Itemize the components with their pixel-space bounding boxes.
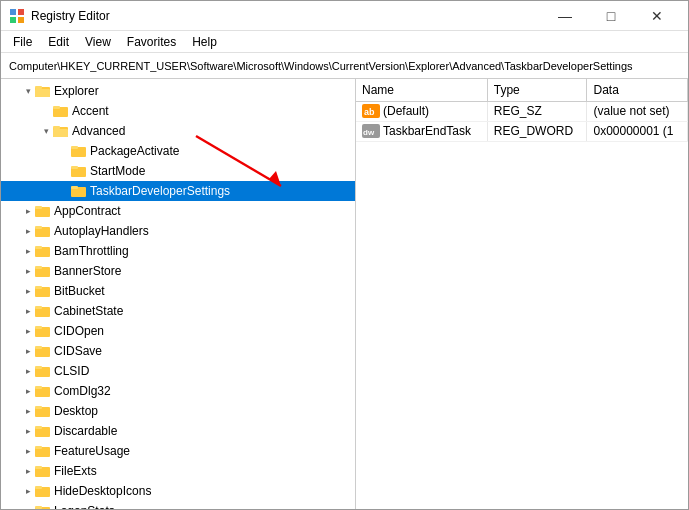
svg-rect-1 xyxy=(18,9,24,15)
folder-icon xyxy=(35,464,54,479)
svg-rect-45 xyxy=(35,466,42,469)
table-header-row: Name Type Data xyxy=(356,79,688,101)
expand-arrow[interactable]: ▸ xyxy=(21,444,35,458)
tree-item-cidsave[interactable]: ▸ CIDSave xyxy=(1,341,355,361)
expand-arrow[interactable]: ▸ xyxy=(21,504,35,509)
folder-icon xyxy=(71,184,90,199)
menu-view[interactable]: View xyxy=(77,33,119,51)
svg-rect-29 xyxy=(35,306,42,309)
tree-item-discardable[interactable]: ▸ Discardable xyxy=(1,421,355,441)
tree-item-cabinetstate[interactable]: ▸ CabinetState xyxy=(1,301,355,321)
expand-arrow[interactable]: ▸ xyxy=(21,344,35,358)
expand-arrow[interactable]: ▸ xyxy=(21,204,35,218)
expand-arrow[interactable]: ▸ xyxy=(21,404,35,418)
tree-item-label: FeatureUsage xyxy=(54,444,130,458)
minimize-button[interactable]: — xyxy=(542,1,588,31)
expand-arrow[interactable]: ▾ xyxy=(21,84,35,98)
folder-icon xyxy=(35,324,54,339)
expand-arrow[interactable]: ▸ xyxy=(21,324,35,338)
registry-editor-window: Registry Editor — □ ✕ File Edit View Fav… xyxy=(0,0,689,510)
tree-item-label: Accent xyxy=(72,104,109,118)
tree-item-label: HideDesktopIcons xyxy=(54,484,151,498)
tree-item-logonstats[interactable]: ▸ LogonStats xyxy=(1,501,355,509)
svg-rect-10 xyxy=(53,126,60,129)
expand-arrow[interactable]: ▸ xyxy=(21,364,35,378)
svg-rect-0 xyxy=(10,9,16,15)
table-row[interactable]: ab(Default)REG_SZ(value not set) xyxy=(356,101,688,121)
expand-arrow[interactable]: ▸ xyxy=(21,224,35,238)
tree-item-comdlg32[interactable]: ▸ ComDlg32 xyxy=(1,381,355,401)
expand-arrow[interactable] xyxy=(57,144,71,158)
tree-item-label: BannerStore xyxy=(54,264,121,278)
folder-icon xyxy=(35,204,54,219)
expand-arrow[interactable]: ▸ xyxy=(21,304,35,318)
tree-item-fileexts[interactable]: ▸ FileExts xyxy=(1,461,355,481)
tree-item-startmode[interactable]: StartMode xyxy=(1,161,355,181)
expand-arrow[interactable]: ▸ xyxy=(21,284,35,298)
expand-arrow[interactable]: ▸ xyxy=(21,464,35,478)
col-name: Name xyxy=(356,79,487,101)
cell-type: REG_SZ xyxy=(487,101,587,121)
expand-arrow[interactable]: ▸ xyxy=(21,424,35,438)
close-button[interactable]: ✕ xyxy=(634,1,680,31)
expand-arrow[interactable] xyxy=(39,104,53,118)
svg-rect-41 xyxy=(35,426,42,429)
folder-icon xyxy=(53,124,72,139)
tree-item-label: TaskbarDeveloperSettings xyxy=(90,184,230,198)
tree-item-autoplayhandlers[interactable]: ▸ AutoplayHandlers xyxy=(1,221,355,241)
folder-icon xyxy=(35,224,54,239)
svg-rect-43 xyxy=(35,446,42,449)
svg-rect-15 xyxy=(71,166,78,169)
svg-rect-37 xyxy=(35,386,42,389)
left-pane-wrapper: ▾ Explorer Accent▾ Advanced PackageActiv… xyxy=(1,79,356,509)
tree-item-bannerstore[interactable]: ▸ BannerStore xyxy=(1,261,355,281)
expand-arrow[interactable]: ▸ xyxy=(21,384,35,398)
expand-arrow[interactable]: ▾ xyxy=(39,124,53,138)
tree-item-advanced[interactable]: ▾ Advanced xyxy=(1,121,355,141)
tree-item-featureusage[interactable]: ▸ FeatureUsage xyxy=(1,441,355,461)
tree-item-explorer[interactable]: ▾ Explorer xyxy=(1,81,355,101)
col-data: Data xyxy=(587,79,688,101)
tree-item-label: PackageActivate xyxy=(90,144,179,158)
tree-item-label: Discardable xyxy=(54,424,117,438)
menu-help[interactable]: Help xyxy=(184,33,225,51)
svg-rect-25 xyxy=(35,266,42,269)
svg-rect-35 xyxy=(35,366,42,369)
tree-item-label: BitBucket xyxy=(54,284,105,298)
svg-rect-5 xyxy=(35,86,42,89)
tree-item-label: ComDlg32 xyxy=(54,384,111,398)
folder-icon xyxy=(35,244,54,259)
tree-item-appcontract[interactable]: ▸ AppContract xyxy=(1,201,355,221)
expand-arrow[interactable]: ▸ xyxy=(21,244,35,258)
left-pane[interactable]: ▾ Explorer Accent▾ Advanced PackageActiv… xyxy=(1,79,356,509)
title-bar: Registry Editor — □ ✕ xyxy=(1,1,688,31)
menu-file[interactable]: File xyxy=(5,33,40,51)
tree-item-label: Desktop xyxy=(54,404,98,418)
folder-icon xyxy=(35,344,54,359)
tree-item-hidedesktopicons[interactable]: ▸ HideDesktopIcons xyxy=(1,481,355,501)
svg-rect-13 xyxy=(71,146,78,149)
tree-item-label: CIDSave xyxy=(54,344,102,358)
expand-arrow[interactable]: ▸ xyxy=(21,484,35,498)
tree-item-packageactivate[interactable]: PackageActivate xyxy=(1,141,355,161)
expand-arrow[interactable] xyxy=(57,184,71,198)
address-path: Computer\HKEY_CURRENT_USER\Software\Micr… xyxy=(9,60,633,72)
tree-item-desktop[interactable]: ▸ Desktop xyxy=(1,401,355,421)
tree-item-accent[interactable]: Accent xyxy=(1,101,355,121)
svg-rect-6 xyxy=(35,89,50,97)
svg-rect-17 xyxy=(71,186,78,189)
tree-item-bitbucket[interactable]: ▸ BitBucket xyxy=(1,281,355,301)
tree-item-taskbardevelopersettings[interactable]: TaskbarDeveloperSettings xyxy=(1,181,355,201)
tree-item-cidopen[interactable]: ▸ CIDOpen xyxy=(1,321,355,341)
expand-arrow[interactable]: ▸ xyxy=(21,264,35,278)
cell-type: REG_DWORD xyxy=(487,121,587,141)
maximize-button[interactable]: □ xyxy=(588,1,634,31)
menu-edit[interactable]: Edit xyxy=(40,33,77,51)
reg-dword-icon: dw xyxy=(362,124,383,138)
tree-item-bamthrottling[interactable]: ▸ BamThrottling xyxy=(1,241,355,261)
svg-rect-19 xyxy=(35,206,42,209)
menu-favorites[interactable]: Favorites xyxy=(119,33,184,51)
tree-item-clsid[interactable]: ▸ CLSID xyxy=(1,361,355,381)
expand-arrow[interactable] xyxy=(57,164,71,178)
table-row[interactable]: dwTaskbarEndTaskREG_DWORD0x00000001 (1 xyxy=(356,121,688,141)
